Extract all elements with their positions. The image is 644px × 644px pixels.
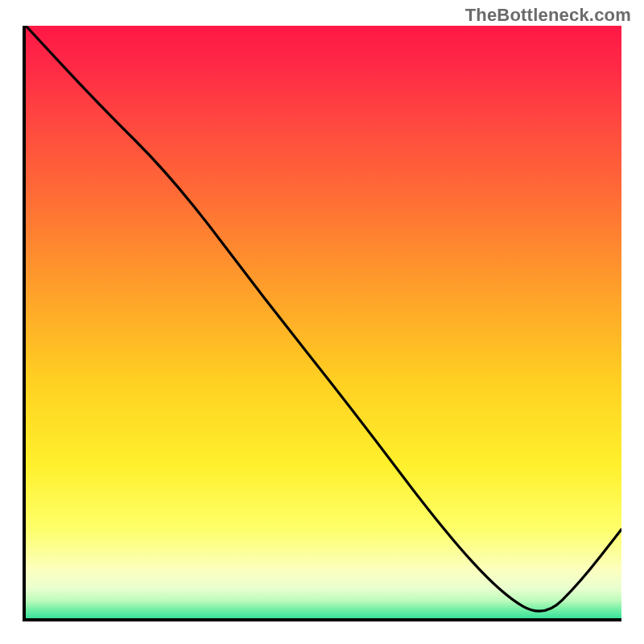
chart-container: TheBottleneck.com <box>0 0 644 644</box>
attribution-label: TheBottleneck.com <box>465 5 631 26</box>
plot-area <box>23 26 621 621</box>
bottleneck-curve <box>26 26 621 618</box>
